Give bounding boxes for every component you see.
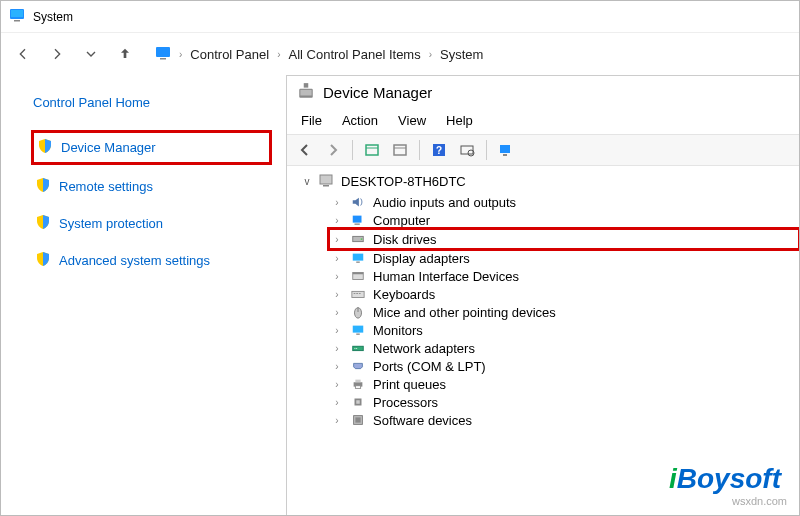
tool-properties-button[interactable] <box>388 139 412 161</box>
separator <box>486 140 487 160</box>
chevron-right-icon[interactable]: › <box>277 49 280 60</box>
disk-icon <box>349 231 367 247</box>
tree-node-port[interactable]: ›Ports (COM & LPT) <box>329 357 799 375</box>
breadcrumb[interactable]: › Control Panel › All Control Panel Item… <box>155 45 483 64</box>
svg-rect-4 <box>160 58 166 60</box>
svg-rect-7 <box>304 83 309 88</box>
tool-back-button[interactable] <box>293 139 317 161</box>
svg-rect-16 <box>500 145 510 153</box>
separator <box>419 140 420 160</box>
shield-icon <box>35 251 51 270</box>
menu-action[interactable]: Action <box>342 113 378 128</box>
sidebar-item-label: Advanced system settings <box>59 253 210 268</box>
expand-icon[interactable]: › <box>331 307 343 318</box>
svg-text:?: ? <box>436 145 442 156</box>
tree-node-hid[interactable]: ›Human Interface Devices <box>329 267 799 285</box>
svg-rect-34 <box>353 326 364 333</box>
svg-point-23 <box>361 238 363 240</box>
svg-rect-37 <box>355 348 356 349</box>
breadcrumb-item[interactable]: System <box>440 47 483 62</box>
sidebar-item-remote-settings[interactable]: Remote settings <box>33 173 270 200</box>
tree-node-label: Display adapters <box>373 251 470 266</box>
expand-icon[interactable]: › <box>331 271 343 282</box>
back-button[interactable] <box>9 40 37 68</box>
tool-devices-button[interactable] <box>494 139 518 161</box>
svg-rect-10 <box>394 145 406 155</box>
chevron-right-icon[interactable]: › <box>429 49 432 60</box>
tree-node-software[interactable]: ›Software devices <box>329 411 799 429</box>
dm-title: Device Manager <box>323 84 432 101</box>
tool-show-hidden-button[interactable] <box>360 139 384 161</box>
expand-icon[interactable]: › <box>331 289 343 300</box>
control-panel-home-link[interactable]: Control Panel Home <box>33 95 270 110</box>
tree-node-disk[interactable]: ›Disk drives <box>329 229 799 249</box>
dm-title-bar: Device Manager <box>287 76 799 109</box>
chevron-right-icon[interactable]: › <box>179 49 182 60</box>
expand-icon[interactable]: › <box>331 253 343 264</box>
watermark: wsxdn.com <box>732 495 787 507</box>
tree-node-computer[interactable]: ›Computer <box>329 211 799 229</box>
svg-rect-18 <box>320 175 332 184</box>
sidebar: Control Panel Home Device ManagerRemote … <box>1 75 286 515</box>
menu-help[interactable]: Help <box>446 113 473 128</box>
expand-icon[interactable]: › <box>331 379 343 390</box>
hid-icon <box>349 268 367 284</box>
recent-dropdown[interactable] <box>77 40 105 68</box>
svg-rect-17 <box>503 154 507 156</box>
svg-rect-28 <box>352 291 364 297</box>
expand-icon[interactable]: › <box>331 397 343 408</box>
menu-view[interactable]: View <box>398 113 426 128</box>
tree-node-mouse[interactable]: ›Mice and other pointing devices <box>329 303 799 321</box>
svg-rect-1 <box>11 10 23 17</box>
forward-button[interactable] <box>43 40 71 68</box>
svg-rect-27 <box>353 273 364 275</box>
tool-help-button[interactable]: ? <box>427 139 451 161</box>
expand-icon[interactable]: › <box>331 325 343 336</box>
tool-scan-button[interactable] <box>455 139 479 161</box>
sidebar-item-label: System protection <box>59 216 163 231</box>
tree-root[interactable]: v DESKTOP-8TH6DTC <box>301 172 799 191</box>
tree-node-display[interactable]: ›Display adapters <box>329 249 799 267</box>
network-icon <box>349 340 367 356</box>
expand-icon[interactable]: › <box>331 343 343 354</box>
menu-bar: File Action View Help <box>287 109 799 135</box>
svg-rect-38 <box>356 348 357 349</box>
sidebar-item-system-protection[interactable]: System protection <box>33 210 270 237</box>
svg-rect-8 <box>366 145 378 155</box>
breadcrumb-item[interactable]: All Control Panel Items <box>288 47 420 62</box>
computer-icon <box>349 212 367 228</box>
expand-icon[interactable]: › <box>331 215 343 226</box>
sidebar-item-advanced-system-settings[interactable]: Advanced system settings <box>33 247 270 274</box>
window-title: System <box>33 10 73 24</box>
shield-icon <box>35 177 51 196</box>
tree-node-label: Software devices <box>373 413 472 428</box>
tree-node-label: Audio inputs and outputs <box>373 195 516 210</box>
tree-node-cpu[interactable]: ›Processors <box>329 393 799 411</box>
tree-node-printer[interactable]: ›Print queues <box>329 375 799 393</box>
breadcrumb-item[interactable]: Control Panel <box>190 47 269 62</box>
keyboard-icon <box>349 286 367 302</box>
expand-icon[interactable]: › <box>331 361 343 372</box>
expand-icon[interactable]: › <box>331 415 343 426</box>
collapse-icon[interactable]: v <box>301 176 313 187</box>
tree-node-monitor[interactable]: ›Monitors <box>329 321 799 339</box>
monitor-icon <box>349 322 367 338</box>
menu-file[interactable]: File <box>301 113 322 128</box>
tree-node-audio[interactable]: ›Audio inputs and outputs <box>329 193 799 211</box>
mouse-icon <box>349 304 367 320</box>
expand-icon[interactable]: › <box>331 234 343 245</box>
tree-node-keyboard[interactable]: ›Keyboards <box>329 285 799 303</box>
tool-forward-button[interactable] <box>321 139 345 161</box>
up-button[interactable] <box>111 40 139 68</box>
svg-rect-43 <box>356 400 360 404</box>
svg-rect-35 <box>356 334 360 335</box>
tree-node-label: Print queues <box>373 377 446 392</box>
device-manager-window: Device Manager File Action View Help ? v… <box>286 75 799 515</box>
sidebar-item-device-manager[interactable]: Device Manager <box>33 132 270 163</box>
title-bar: System <box>1 1 799 33</box>
cpu-icon <box>349 394 367 410</box>
expand-icon[interactable]: › <box>331 197 343 208</box>
tree-node-network[interactable]: ›Network adapters <box>329 339 799 357</box>
tree-node-label: Keyboards <box>373 287 435 302</box>
svg-rect-29 <box>354 293 356 294</box>
